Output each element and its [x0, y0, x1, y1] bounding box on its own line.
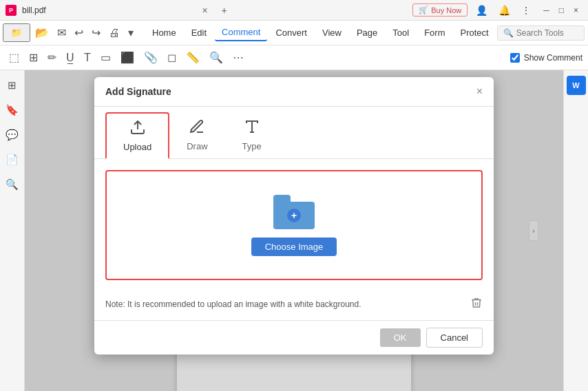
modal-header: Add Signature ×: [94, 77, 494, 107]
tool-rect[interactable]: ▭: [97, 49, 114, 66]
new-tab-btn[interactable]: +: [218, 3, 231, 17]
tool-select-1[interactable]: ⬚: [6, 49, 23, 66]
right-panel: W: [563, 70, 588, 391]
search-icon: 🔍: [503, 28, 514, 38]
print-btn[interactable]: 🖨: [105, 25, 123, 41]
note-area: Note: It is recommended to upload an ima…: [94, 291, 494, 320]
delete-btn[interactable]: [470, 297, 483, 312]
menu-view[interactable]: View: [315, 25, 348, 41]
main-layout: ⊞ 🔖 💬 📄 🔍 Wine Breather Carafe $59.95 KI…: [0, 70, 588, 391]
redo-btn[interactable]: ↪: [88, 24, 104, 41]
sidebar-pages-icon[interactable]: 📄: [3, 150, 22, 169]
modal-close-btn[interactable]: ×: [476, 85, 483, 98]
tool-shape[interactable]: ◻: [164, 49, 180, 66]
menu-protect[interactable]: Protect: [454, 25, 496, 41]
cancel-btn[interactable]: Cancel: [426, 328, 483, 348]
tab-type-label: Type: [242, 141, 262, 151]
app-icon: P: [6, 5, 17, 16]
menu-edit[interactable]: Edit: [185, 25, 213, 41]
show-comment-checkbox[interactable]: [510, 53, 520, 63]
show-comment-area: Show Comment: [510, 53, 582, 63]
undo-btn[interactable]: ↩: [71, 24, 87, 41]
sidebar-home-icon[interactable]: ⊞: [3, 76, 22, 95]
tool-highlight[interactable]: ✏: [44, 49, 60, 66]
tool-measure[interactable]: 📏: [182, 49, 203, 66]
cart-icon: 🛒: [419, 6, 428, 14]
email-btn[interactable]: ✉: [54, 24, 70, 41]
folder-tab: [273, 195, 291, 202]
window-close-btn[interactable]: ×: [569, 4, 582, 17]
tool-underline[interactable]: U̲: [63, 49, 78, 66]
note-text: Note: It is recommended to upload an ima…: [105, 299, 361, 309]
title-bar: P bill.pdf × + 🛒 Buy Now 👤 🔔 ⋮ ─ □ ×: [0, 0, 588, 21]
word-icon[interactable]: W: [567, 76, 586, 95]
upload-inner: + Choose Image: [251, 195, 337, 256]
sidebar-search-icon[interactable]: 🔍: [3, 175, 22, 194]
left-sidebar: ⊞ 🔖 💬 📄 🔍: [0, 70, 25, 391]
menu-comment[interactable]: Comment: [215, 24, 267, 41]
tool-attach[interactable]: 📎: [140, 49, 161, 66]
modal-title: Add Signature: [105, 86, 171, 97]
tab-draw-label: Draw: [187, 141, 207, 151]
dropdown-btn[interactable]: ▾: [125, 24, 137, 41]
tab-close-btn[interactable]: ×: [198, 3, 211, 17]
menu-page[interactable]: Page: [350, 25, 384, 41]
menu-home[interactable]: Home: [145, 25, 183, 41]
tab-upload-label: Upload: [123, 142, 151, 152]
sidebar-comment-icon[interactable]: 💬: [3, 125, 22, 145]
account-icon[interactable]: 👤: [473, 3, 490, 17]
type-tab-icon: [244, 118, 260, 138]
buy-now-btn[interactable]: 🛒 Buy Now: [412, 3, 468, 17]
show-comment-label: Show Comment: [524, 53, 582, 63]
maximize-btn[interactable]: □: [555, 4, 568, 17]
tool-more[interactable]: ⋯: [229, 49, 247, 66]
minimize-btn[interactable]: ─: [539, 4, 554, 17]
file-title: bill.pdf: [22, 6, 192, 15]
sidebar-bookmark-icon[interactable]: 🔖: [3, 101, 22, 120]
notification-icon[interactable]: 🔔: [496, 3, 513, 17]
comment-toolbar: ⬚ ⊞ ✏ U̲ T ▭ ⬛ 📎 ◻ 📏 🔍 ⋯ Show Comment: [0, 45, 588, 70]
open-btn[interactable]: 📂: [32, 24, 52, 41]
menu-bar: 📁 📂 ✉ ↩ ↪ 🖨 ▾ Home Edit Comment Convert …: [0, 21, 588, 45]
ok-btn[interactable]: OK: [380, 328, 421, 347]
modal-overlay: Add Signature × U: [25, 70, 563, 391]
menu-file-btn[interactable]: 📁: [3, 23, 30, 42]
modal-footer: OK Cancel: [94, 320, 494, 355]
upload-drop-area[interactable]: + Choose Image: [105, 170, 483, 280]
menu-tool[interactable]: Tool: [386, 25, 416, 41]
tool-text[interactable]: T: [81, 50, 94, 66]
folder-plus-icon: +: [287, 209, 301, 222]
tool-select-2[interactable]: ⊞: [25, 49, 41, 66]
menu-convert[interactable]: Convert: [269, 25, 314, 41]
folder-icon: +: [273, 195, 315, 229]
draw-tab-icon: [189, 118, 205, 138]
search-tools-bar[interactable]: 🔍: [497, 25, 585, 41]
upload-tab-icon: [129, 119, 146, 139]
content-area: Wine Breather Carafe $59.95 KIVA DINING …: [25, 70, 563, 391]
tab-type[interactable]: Type: [225, 112, 279, 158]
choose-image-btn[interactable]: Choose Image: [251, 237, 337, 256]
more-options-icon[interactable]: ⋮: [518, 3, 534, 17]
search-input[interactable]: [516, 28, 578, 38]
tool-stamp[interactable]: ⬛: [117, 49, 138, 66]
tab-draw[interactable]: Draw: [169, 112, 224, 158]
add-signature-modal: Add Signature × U: [94, 77, 494, 355]
menu-form[interactable]: Form: [417, 25, 452, 41]
tool-search[interactable]: 🔍: [206, 49, 227, 66]
tab-upload[interactable]: Upload: [105, 112, 169, 159]
modal-tabs: Upload Draw: [94, 107, 494, 159]
file-icon: 📁: [11, 28, 22, 38]
